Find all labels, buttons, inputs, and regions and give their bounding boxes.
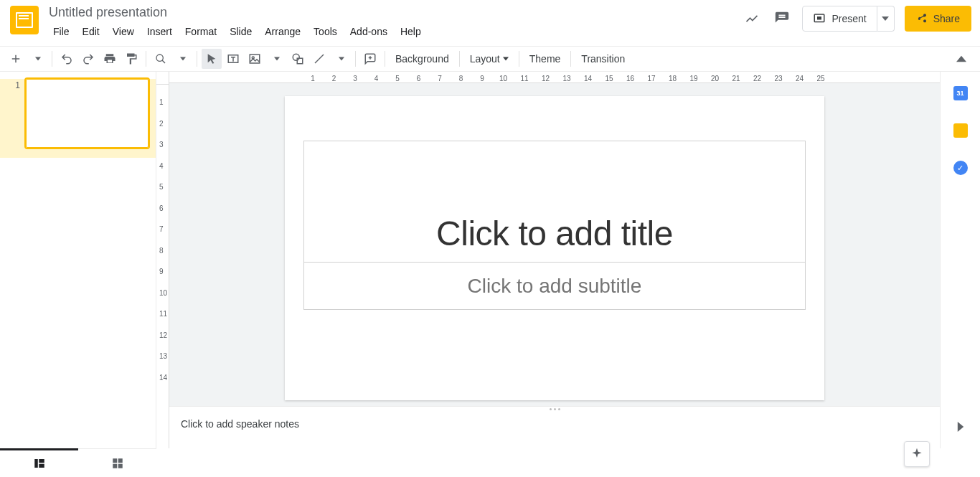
ruler-tick: 19 — [689, 75, 697, 82]
notes-splitter[interactable] — [169, 406, 940, 411]
line-tool[interactable] — [309, 49, 329, 69]
separator — [146, 51, 146, 67]
slide-number: 1 — [13, 79, 20, 148]
svg-point-2 — [156, 55, 163, 61]
background-button[interactable]: Background — [390, 49, 455, 69]
svg-rect-14 — [39, 463, 44, 467]
share-label: Share — [933, 13, 960, 24]
textbox-tool[interactable] — [223, 49, 243, 69]
zoom-button[interactable] — [151, 49, 171, 69]
menu-arrange[interactable]: Arrange — [259, 23, 306, 40]
slide-filmstrip: 1 — [0, 72, 156, 448]
vertical-ruler[interactable]: 1234567891011121314 — [156, 85, 169, 448]
menu-tools[interactable]: Tools — [308, 23, 343, 40]
comments-icon[interactable] — [772, 9, 792, 29]
svg-rect-15 — [113, 458, 117, 463]
calendar-icon[interactable] — [953, 86, 968, 100]
ruler-tick: 5 — [395, 75, 400, 82]
document-title[interactable]: Untitled presentation — [47, 4, 742, 20]
menu-addons[interactable]: Add-ons — [344, 23, 393, 40]
side-panel — [940, 72, 980, 448]
ruler-tick: 23 — [774, 75, 782, 82]
ruler-tick: 2 — [332, 75, 336, 82]
subtitle-placeholder-text: Click to add subtitle — [304, 263, 805, 309]
horizontal-ruler[interactable]: 1234567891011121314151617181920212223242… — [169, 72, 940, 83]
hide-menus-button[interactable] — [951, 49, 971, 69]
present-dropdown-caret[interactable] — [877, 6, 895, 32]
ruler-tick: 11 — [520, 75, 528, 82]
ruler-tick: 25 — [816, 75, 824, 82]
add-comment-button[interactable] — [360, 49, 380, 69]
separator — [385, 51, 385, 67]
menu-format[interactable]: Format — [179, 23, 222, 40]
tasks-icon[interactable] — [953, 161, 968, 175]
new-slide-button[interactable] — [6, 49, 26, 69]
line-caret[interactable] — [331, 49, 351, 69]
menu-edit[interactable]: Edit — [77, 23, 105, 40]
ruler-tick: 1 — [159, 98, 164, 106]
explore-button[interactable] — [904, 441, 930, 467]
share-button[interactable]: Share — [905, 6, 971, 32]
ruler-tick: 6 — [417, 75, 421, 82]
workspace: 1 12345678910111213141516171819202122232… — [0, 72, 980, 448]
ruler-tick: 7 — [438, 75, 442, 82]
svg-line-9 — [315, 55, 324, 63]
menu-slide[interactable]: Slide — [224, 23, 258, 40]
ruler-tick: 24 — [796, 75, 804, 82]
speaker-notes-placeholder: Click to add speaker notes — [181, 418, 928, 430]
print-button[interactable] — [100, 49, 120, 69]
new-slide-caret[interactable] — [27, 49, 47, 69]
paint-format-button[interactable] — [121, 49, 141, 69]
separator — [459, 51, 460, 67]
menu-help[interactable]: Help — [395, 23, 427, 40]
undo-button[interactable] — [57, 49, 77, 69]
svg-rect-8 — [297, 58, 303, 64]
ruler-tick: 3 — [159, 141, 164, 148]
activity-icon[interactable] — [742, 9, 762, 29]
ruler-tick: 20 — [711, 75, 719, 82]
view-switcher — [0, 448, 156, 477]
ruler-tick: 14 — [159, 373, 167, 381]
menu-insert[interactable]: Insert — [141, 23, 178, 40]
transition-button[interactable]: Transition — [575, 49, 631, 69]
menu-file[interactable]: File — [47, 23, 75, 40]
layout-button[interactable]: Layout — [464, 49, 514, 69]
zoom-caret[interactable] — [172, 49, 192, 69]
ruler-tick: 12 — [159, 331, 167, 339]
speaker-notes[interactable]: Click to add speaker notes — [169, 411, 940, 448]
toolbar: Background Layout Theme Transition — [0, 46, 980, 72]
ruler-tick: 6 — [159, 204, 164, 212]
select-tool[interactable] — [202, 49, 222, 69]
slide-thumbnail-preview — [26, 79, 149, 148]
ruler-tick: 13 — [159, 352, 167, 360]
ruler-tick: 10 — [159, 288, 167, 296]
svg-rect-1 — [818, 17, 821, 19]
svg-rect-18 — [118, 463, 122, 468]
ruler-tick: 2 — [159, 119, 164, 127]
slide-canvas[interactable]: Click to add title Click to add subtitle — [285, 96, 824, 400]
shape-tool[interactable] — [288, 49, 308, 69]
slide-thumbnail-1[interactable]: 1 — [0, 79, 156, 158]
splitter-handle-icon — [550, 408, 560, 410]
title-placeholder-text: Click to add title — [304, 141, 805, 262]
theme-button[interactable]: Theme — [524, 49, 567, 69]
subtitle-placeholder-box[interactable]: Click to add subtitle — [303, 263, 806, 310]
image-tool[interactable] — [245, 49, 265, 69]
present-label: Present — [831, 13, 866, 24]
image-caret[interactable] — [266, 49, 286, 69]
grid-view-button[interactable] — [78, 449, 156, 477]
menu-view[interactable]: View — [107, 23, 140, 40]
present-button[interactable]: Present — [802, 6, 877, 32]
ruler-tick: 4 — [374, 75, 379, 82]
separator — [52, 51, 52, 67]
keep-icon[interactable] — [953, 123, 968, 138]
ruler-tick: 13 — [562, 75, 570, 82]
canvas-area[interactable]: Click to add title Click to add subtitle — [169, 83, 940, 406]
redo-button[interactable] — [78, 49, 98, 69]
side-panel-toggle[interactable] — [957, 418, 964, 435]
slides-app-icon[interactable] — [10, 6, 39, 34]
ruler-corner — [156, 72, 169, 85]
filmstrip-view-button[interactable] — [0, 448, 78, 476]
title-placeholder-box[interactable]: Click to add title — [303, 141, 806, 263]
present-button-group: Present — [802, 6, 894, 32]
